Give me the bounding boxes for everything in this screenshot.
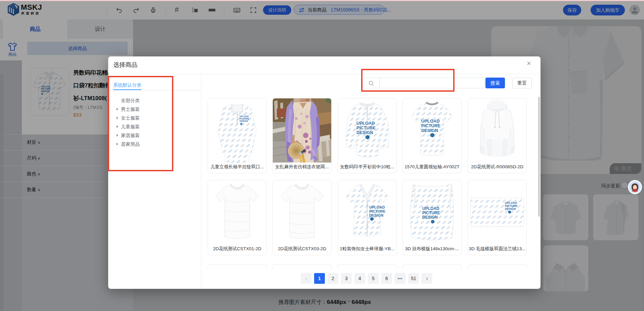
svg-text:PICTURE: PICTURE xyxy=(422,211,440,215)
svg-text:DESIGN: DESIGN xyxy=(421,128,438,133)
svg-text:DESIGN: DESIGN xyxy=(369,213,383,217)
svg-text:PICTURE: PICTURE xyxy=(369,209,385,213)
svg-text:UPLOAD: UPLOAD xyxy=(356,121,375,126)
svg-text:PICTURE: PICTURE xyxy=(356,125,376,130)
svg-text:PICTURE: PICTURE xyxy=(421,123,440,128)
svg-text:DESIGN: DESIGN xyxy=(422,215,438,220)
svg-text:UPLOAD: UPLOAD xyxy=(421,119,440,124)
svg-text:DESIGN: DESIGN xyxy=(356,130,373,135)
svg-text:UPLOAD: UPLOAD xyxy=(240,115,249,118)
svg-text:UPLOAD: UPLOAD xyxy=(369,205,385,209)
svg-text:DESIGN: DESIGN xyxy=(505,207,516,211)
svg-text:DESIGN: DESIGN xyxy=(240,120,248,122)
svg-text:UPLOAD: UPLOAD xyxy=(422,206,439,211)
svg-text:PICTURE: PICTURE xyxy=(240,118,249,120)
